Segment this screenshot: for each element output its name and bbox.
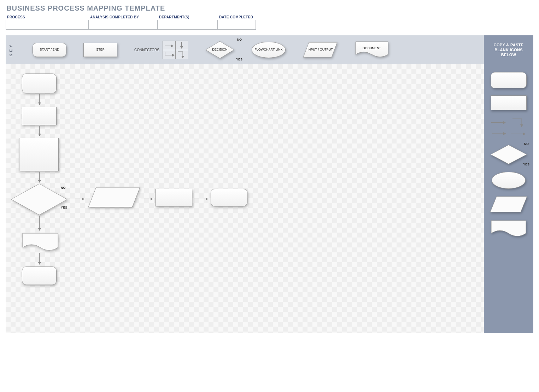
connectors-icon xyxy=(163,41,188,59)
canvas-end-terminator-bottom[interactable] xyxy=(22,267,57,285)
meta-department: DEPARTMENT(S) xyxy=(158,15,218,30)
paste-header: COPY & PASTE BLANK ICONS BELOW xyxy=(484,35,533,64)
arrow-icon xyxy=(141,199,153,199)
key-decision: DECISION NO YES xyxy=(205,41,235,59)
meta-department-label: DEPARTMENT(S) xyxy=(158,15,218,20)
palette-process[interactable] xyxy=(491,95,527,110)
canvas-step-1[interactable] xyxy=(22,107,57,125)
svg-marker-4 xyxy=(11,184,67,215)
canvas-io[interactable] xyxy=(88,187,141,208)
svg-marker-0 xyxy=(172,54,175,57)
palette-sidebar: NO YES xyxy=(484,64,533,333)
terminator-icon: START / END xyxy=(33,43,66,57)
meta-analysis-label: ANALYSIS COMPLETED BY xyxy=(89,15,158,20)
key-input-output: INPUT / OUTPUT xyxy=(303,42,338,58)
palette-terminator[interactable] xyxy=(491,72,527,88)
flowchart-link-label: FLOWCHART LINK xyxy=(252,42,285,58)
key-connectors: CONNECTORS xyxy=(134,41,188,59)
process-label: STEP xyxy=(84,43,117,57)
page-title: BUSINESS PROCESS MAPPING TEMPLATE xyxy=(6,4,533,15)
key-step: STEP xyxy=(83,43,117,57)
palette-no-label: NO xyxy=(524,142,529,146)
canvas-decision-yes: YES xyxy=(61,206,67,209)
meta-row: PROCESS ANALYSIS COMPLETED BY DEPARTMENT… xyxy=(6,15,533,30)
meta-process-label: PROCESS xyxy=(6,15,89,20)
svg-marker-6 xyxy=(520,124,523,127)
decision-yes-label: YES xyxy=(236,58,242,61)
paste-header-label: COPY & PASTE BLANK ICONS BELOW xyxy=(487,42,530,58)
key-document: DOCUMENT xyxy=(355,41,389,59)
decision-no-label: NO xyxy=(237,38,242,41)
canvas-document[interactable] xyxy=(22,233,59,252)
palette-yes-label: YES xyxy=(523,163,529,166)
palette-ellipse[interactable] xyxy=(492,172,526,189)
key-tab-label: KEY xyxy=(9,43,13,57)
key-flowchart-link: FLOWCHART LINK xyxy=(252,42,286,58)
svg-marker-3 xyxy=(303,42,337,57)
palette-connectors[interactable] xyxy=(490,117,527,137)
connectors-label: CONNECTORS xyxy=(134,48,159,52)
date-input[interactable] xyxy=(218,20,256,30)
terminator-label: START / END xyxy=(33,43,66,57)
decision-icon xyxy=(205,41,235,59)
ellipse-icon: FLOWCHART LINK xyxy=(252,42,286,58)
arrow-icon xyxy=(69,199,84,199)
svg-marker-1 xyxy=(181,56,184,58)
document-icon xyxy=(355,41,389,59)
svg-marker-2 xyxy=(206,41,234,58)
key-strip: KEY START / END STEP CONNECTORS xyxy=(6,35,533,64)
svg-marker-8 xyxy=(491,145,527,164)
canvas-decision[interactable] xyxy=(11,183,68,216)
analysis-input[interactable] xyxy=(89,20,158,30)
palette-parallelogram[interactable] xyxy=(490,196,528,213)
process-icon: STEP xyxy=(83,43,117,57)
canvas-end-terminator-right[interactable] xyxy=(211,189,247,206)
canvas-decision-no: NO xyxy=(61,186,66,189)
arrow-icon xyxy=(39,216,40,230)
department-input[interactable] xyxy=(158,20,218,30)
arrow-icon xyxy=(39,94,40,105)
canvas-start-terminator[interactable] xyxy=(22,74,57,93)
arrow-icon xyxy=(39,126,40,136)
palette-document[interactable] xyxy=(491,220,527,238)
palette-decision[interactable]: NO YES xyxy=(490,144,527,165)
canvas-step-3[interactable] xyxy=(156,189,192,206)
svg-marker-7 xyxy=(503,132,506,135)
process-input[interactable] xyxy=(6,20,89,30)
arrow-icon xyxy=(194,199,208,199)
meta-analysis: ANALYSIS COMPLETED BY xyxy=(89,15,158,30)
svg-marker-5 xyxy=(88,187,140,207)
meta-date: DATE COMPLETED xyxy=(218,15,256,30)
key-tab: KEY xyxy=(6,35,16,64)
parallelogram-icon xyxy=(303,42,338,58)
arrow-icon xyxy=(39,172,40,182)
work-row: NO YES xyxy=(6,64,533,333)
canvas-step-2[interactable] xyxy=(19,138,59,171)
meta-process: PROCESS xyxy=(6,15,89,30)
key-start-end: START / END xyxy=(33,43,66,57)
svg-marker-9 xyxy=(490,197,527,212)
canvas[interactable]: NO YES xyxy=(6,64,484,333)
meta-date-label: DATE COMPLETED xyxy=(218,15,256,20)
arrow-icon xyxy=(39,253,40,264)
key-body: START / END STEP CONNECTORS xyxy=(16,35,484,64)
